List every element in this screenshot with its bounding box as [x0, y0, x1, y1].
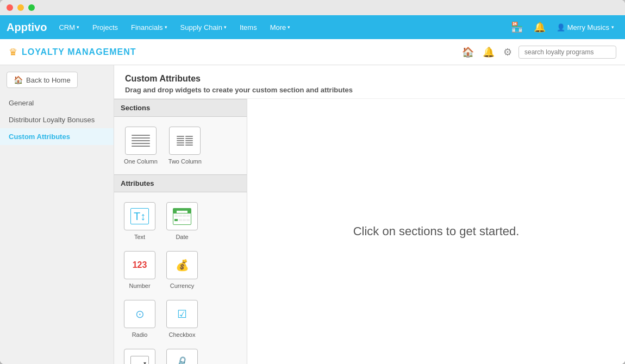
two-column-widget[interactable]: Two Column	[165, 123, 205, 168]
subheader-actions: 🏠 🔔 ⚙	[460, 44, 616, 60]
user-icon: 👤	[557, 23, 565, 32]
link-icon: 🔗	[174, 355, 190, 364]
logo: Apptivo	[7, 21, 47, 34]
nav-items[interactable]: Items	[234, 20, 262, 35]
split-pane: Sections	[114, 99, 625, 364]
nav-more[interactable]: More ▾	[265, 20, 296, 35]
one-column-icon	[128, 131, 153, 150]
dropdown-icon: ▾	[130, 356, 149, 364]
two-column-icon-box	[169, 127, 201, 155]
subheader: ♛ LOYALTY MANAGEMENT 🏠 🔔 ⚙	[0, 39, 625, 65]
checkbox-icon-box: ☑	[166, 300, 198, 328]
navbar: Apptivo CRM ▾ Projects Financials ▾ Supp…	[0, 15, 625, 39]
nav-projects[interactable]: Projects	[87, 20, 123, 35]
date-icon: ▄▄▄▄	[173, 208, 191, 225]
two-column-label: Two Column	[168, 158, 202, 165]
text-icon-box: T↕	[124, 202, 155, 230]
currency-label: Currency	[170, 283, 195, 289]
bell-icon[interactable]: 🔔	[529, 18, 550, 36]
radio-icon-box: ⊙	[124, 300, 155, 328]
currency-icon-box: 💰	[166, 251, 198, 279]
two-column-icon	[173, 133, 196, 149]
user-menu[interactable]: 👤 Merry Musics ▾	[552, 20, 618, 35]
content-subtitle: Drag and drop widgets to create your cus…	[125, 86, 614, 94]
minimize-button[interactable]	[17, 4, 24, 11]
titlebar	[0, 0, 625, 15]
number-attribute-widget[interactable]: 123 Number	[121, 248, 159, 292]
widgets-panel: Sections	[114, 99, 247, 364]
back-home-icon: 🏠	[14, 76, 23, 84]
radio-icon: ⊙	[135, 307, 145, 321]
number-icon-box: 123	[124, 251, 155, 279]
link-attribute-widget[interactable]: 🔗 Link	[163, 346, 201, 364]
settings-icon[interactable]: ⚙	[501, 44, 514, 60]
attributes-grid: T↕ Text ▄▄▄▄	[114, 192, 247, 364]
nav-supplychain[interactable]: Supply Chain ▾	[175, 20, 232, 35]
attributes-header: Attributes	[114, 174, 247, 192]
link-icon-box: 🔗	[166, 349, 198, 364]
checkbox-label: Checkbox	[169, 331, 196, 338]
content-title: Custom Attributes	[125, 74, 614, 84]
sidebar-item-distributor[interactable]: Distributor Loyalty Bonuses	[0, 111, 114, 128]
user-arrow-icon: ▾	[611, 24, 614, 30]
search-input[interactable]	[518, 46, 616, 59]
sections-grid: One Column	[114, 117, 247, 174]
content-header: Custom Attributes Drag and drop widgets …	[114, 65, 625, 99]
back-to-home-button[interactable]: 🏠 Back to Home	[7, 72, 78, 88]
sections-header: Sections	[114, 99, 247, 117]
crm-arrow-icon: ▾	[77, 24, 79, 30]
date-label: Date	[176, 234, 188, 240]
date-icon-box: ▄▄▄▄	[166, 202, 198, 230]
number-icon: 123	[133, 260, 147, 270]
sidebar: 🏠 Back to Home General Distributor Loyal…	[0, 65, 114, 364]
dropdown-attribute-widget[interactable]: ▾ Dropdown	[121, 346, 159, 364]
dropdown-icon-box: ▾	[124, 349, 155, 364]
home-icon[interactable]: 🏠	[460, 44, 476, 60]
right-panel: Click on sections to get started.	[247, 99, 625, 364]
radio-attribute-widget[interactable]: ⊙ Radio	[121, 297, 159, 341]
nav-crm[interactable]: CRM ▾	[53, 20, 85, 35]
text-attribute-widget[interactable]: T↕ Text	[121, 199, 159, 243]
store-icon[interactable]: 🏪	[507, 18, 527, 36]
app-window: Apptivo CRM ▾ Projects Financials ▾ Supp…	[0, 0, 625, 364]
logo-text: Apptivo	[7, 21, 47, 34]
checkbox-attribute-widget[interactable]: ☑ Checkbox	[163, 297, 201, 341]
notifications-icon[interactable]: 🔔	[480, 44, 497, 60]
one-column-widget[interactable]: One Column	[121, 123, 161, 168]
more-arrow-icon: ▾	[288, 24, 290, 30]
sidebar-item-general[interactable]: General	[0, 95, 114, 111]
radio-label: Radio	[132, 331, 148, 338]
financials-arrow-icon: ▾	[165, 24, 167, 30]
maximize-button[interactable]	[28, 4, 35, 11]
currency-attribute-widget[interactable]: 💰 Currency	[163, 248, 201, 292]
content-area: Custom Attributes Drag and drop widgets …	[114, 65, 625, 364]
date-attribute-widget[interactable]: ▄▄▄▄	[163, 199, 201, 243]
nav-financials[interactable]: Financials ▾	[126, 20, 173, 35]
click-hint: Click on sections to get started.	[353, 224, 520, 239]
one-column-icon-box	[125, 127, 157, 155]
text-icon: T↕	[130, 208, 149, 224]
crown-icon: ♛	[9, 46, 17, 58]
currency-icon: 💰	[176, 259, 189, 272]
sidebar-item-custom-attributes[interactable]: Custom Attributes	[0, 128, 114, 145]
page-title: LOYALTY MANAGEMENT	[22, 47, 460, 57]
supplychain-arrow-icon: ▾	[224, 24, 227, 30]
checkbox-icon: ☑	[177, 307, 187, 321]
main-layout: 🏠 Back to Home General Distributor Loyal…	[0, 65, 625, 364]
text-label: Text	[134, 234, 145, 240]
close-button[interactable]	[7, 4, 13, 11]
one-column-label: One Column	[124, 158, 158, 165]
number-label: Number	[129, 283, 150, 289]
